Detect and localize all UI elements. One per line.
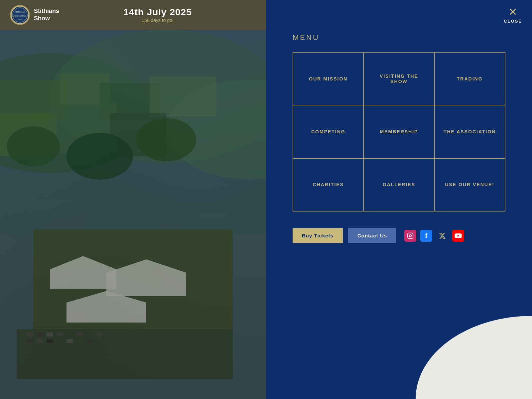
svg-text:SHOW: SHOW [18, 19, 23, 20]
menu-item-use-our-venue[interactable]: USE OUR VENUE! [434, 158, 505, 211]
menu-item-visiting-the-show[interactable]: VISITING THE SHOW [364, 52, 435, 105]
left-panel: STITHIANS AGRICULTURAL SHOW Stithians Sh… [0, 0, 266, 399]
close-label: CLOSE [504, 19, 522, 24]
svg-point-37 [409, 234, 412, 237]
countdown: 166 days to go! [59, 18, 256, 23]
menu-item-competing[interactable]: COMPETING [293, 105, 364, 158]
logo-area: STITHIANS AGRICULTURAL SHOW Stithians Sh… [10, 5, 59, 25]
menu-grid: OUR MISSION VISITING THE SHOW TRADING CO… [293, 52, 505, 211]
logo-circle: STITHIANS AGRICULTURAL SHOW [10, 5, 30, 25]
bottom-actions: Buy Tickets Contact Us f [293, 228, 505, 243]
header-center: 14th July 2025 166 days to go! [59, 7, 256, 23]
svg-rect-35 [0, 30, 266, 399]
event-date: 14th July 2025 [59, 7, 256, 18]
aerial-photo [0, 30, 266, 399]
menu-item-galleries[interactable]: GALLERIES [364, 158, 435, 211]
menu-item-the-association[interactable]: THE ASSOCIATION [434, 105, 505, 158]
svg-text:STITHIANS: STITHIANS [15, 11, 25, 13]
youtube-icon[interactable] [452, 230, 464, 242]
menu-item-our-mission[interactable]: OUR MISSION [293, 52, 364, 105]
right-panel: ✕ CLOSE MENU OUR MISSION VISITING THE SH… [266, 0, 532, 399]
svg-text:AGRICULTURAL: AGRICULTURAL [12, 15, 28, 17]
facebook-icon[interactable]: f [420, 230, 432, 242]
menu-item-membership[interactable]: MEMBERSHIP [364, 105, 435, 158]
twitter-x-icon[interactable] [436, 230, 448, 242]
header-bar: STITHIANS AGRICULTURAL SHOW Stithians Sh… [0, 0, 266, 30]
menu-content: MENU OUR MISSION VISITING THE SHOW TRADI… [266, 0, 532, 263]
svg-point-38 [412, 233, 413, 234]
menu-item-trading[interactable]: TRADING [434, 52, 505, 105]
instagram-icon[interactable] [404, 230, 416, 242]
menu-item-charities[interactable]: CHARITIES [293, 158, 364, 211]
menu-title: MENU [293, 33, 505, 42]
close-button[interactable]: ✕ CLOSE [504, 7, 522, 24]
close-icon: ✕ [508, 7, 517, 17]
social-icons: f [404, 230, 464, 242]
buy-tickets-button[interactable]: Buy Tickets [293, 228, 343, 243]
contact-us-button[interactable]: Contact Us [348, 228, 396, 243]
site-name: Stithians Show [34, 8, 59, 22]
